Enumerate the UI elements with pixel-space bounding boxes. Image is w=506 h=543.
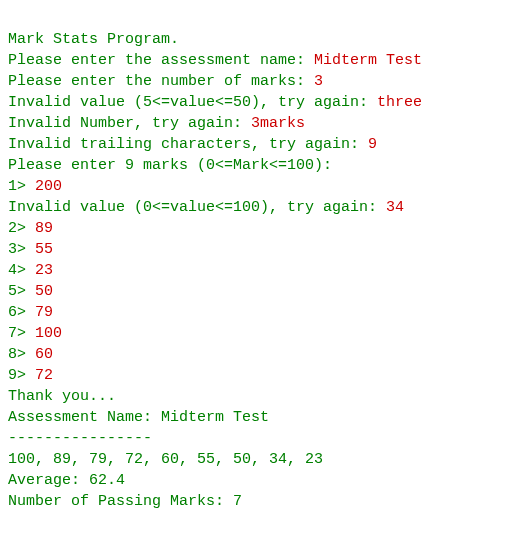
- prompt-text: Number of Passing Marks: 7: [8, 493, 242, 510]
- console-line: 1> 200: [8, 176, 498, 197]
- prompt-text: Average: 62.4: [8, 472, 125, 489]
- user-input-text: 34: [386, 199, 404, 216]
- user-input-text: 50: [35, 283, 53, 300]
- user-input-text: 9: [368, 136, 377, 153]
- console-line: Invalid value (5<=value<=50), try again:…: [8, 92, 498, 113]
- console-line: 7> 100: [8, 323, 498, 344]
- user-input-text: 3: [314, 73, 323, 90]
- console-line: Invalid value (0<=value<=100), try again…: [8, 197, 498, 218]
- user-input-text: 200: [35, 178, 62, 195]
- prompt-text: 4>: [8, 262, 35, 279]
- prompt-text: Invalid value (5<=value<=50), try again:: [8, 94, 377, 111]
- prompt-text: Assessment Name: Midterm Test: [8, 409, 269, 426]
- console-line: Invalid trailing characters, try again: …: [8, 134, 498, 155]
- prompt-text: 2>: [8, 220, 35, 237]
- user-input-text: 100: [35, 325, 62, 342]
- user-input-text: 89: [35, 220, 53, 237]
- user-input-text: 72: [35, 367, 53, 384]
- console-line: 3> 55: [8, 239, 498, 260]
- prompt-text: ----------------: [8, 430, 152, 447]
- user-input-text: 3marks: [251, 115, 305, 132]
- prompt-text: 6>: [8, 304, 35, 321]
- console-line: 4> 23: [8, 260, 498, 281]
- console-line: Thank you...: [8, 386, 498, 407]
- console-line: Please enter the assessment name: Midter…: [8, 50, 498, 71]
- prompt-text: 5>: [8, 283, 35, 300]
- console-line: Assessment Name: Midterm Test: [8, 407, 498, 428]
- prompt-text: 100, 89, 79, 72, 60, 55, 50, 34, 23: [8, 451, 323, 468]
- prompt-text: 1>: [8, 178, 35, 195]
- prompt-text: 7>: [8, 325, 35, 342]
- prompt-text: Thank you...: [8, 388, 116, 405]
- prompt-text: 3>: [8, 241, 35, 258]
- prompt-text: Invalid trailing characters, try again:: [8, 136, 368, 153]
- console-line: Invalid Number, try again: 3marks: [8, 113, 498, 134]
- console-line: Average: 62.4: [8, 470, 498, 491]
- prompt-text: Mark Stats Program.: [8, 31, 179, 48]
- prompt-text: Invalid value (0<=value<=100), try again…: [8, 199, 386, 216]
- prompt-text: Please enter 9 marks (0<=Mark<=100):: [8, 157, 332, 174]
- user-input-text: 60: [35, 346, 53, 363]
- console-line: Mark Stats Program.: [8, 29, 498, 50]
- user-input-text: 79: [35, 304, 53, 321]
- prompt-text: Invalid Number, try again:: [8, 115, 251, 132]
- prompt-text: Please enter the number of marks:: [8, 73, 314, 90]
- console-line: ----------------: [8, 428, 498, 449]
- console-line: 9> 72: [8, 365, 498, 386]
- console-line: 8> 60: [8, 344, 498, 365]
- console-line: 2> 89: [8, 218, 498, 239]
- user-input-text: Midterm Test: [314, 52, 422, 69]
- prompt-text: 9>: [8, 367, 35, 384]
- console-line: Please enter the number of marks: 3: [8, 71, 498, 92]
- console-line: 5> 50: [8, 281, 498, 302]
- console-line: 6> 79: [8, 302, 498, 323]
- prompt-text: 8>: [8, 346, 35, 363]
- user-input-text: 55: [35, 241, 53, 258]
- user-input-text: 23: [35, 262, 53, 279]
- prompt-text: Please enter the assessment name:: [8, 52, 314, 69]
- console-line: Number of Passing Marks: 7: [8, 491, 498, 512]
- console-line: 100, 89, 79, 72, 60, 55, 50, 34, 23: [8, 449, 498, 470]
- user-input-text: three: [377, 94, 422, 111]
- console-line: Please enter 9 marks (0<=Mark<=100):: [8, 155, 498, 176]
